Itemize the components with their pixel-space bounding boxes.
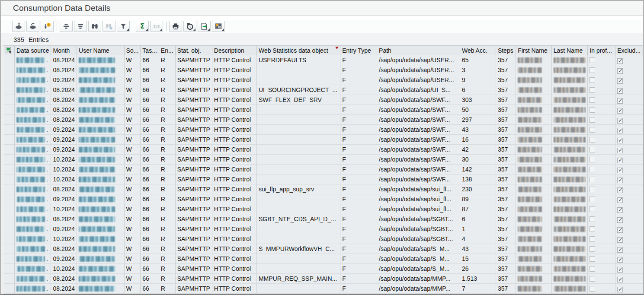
cell-row-selector[interactable] — [3, 284, 15, 294]
cell-row-selector[interactable] — [3, 135, 15, 145]
checked-checkbox[interactable] — [617, 227, 623, 233]
cell-excluded[interactable] — [615, 254, 643, 264]
unchecked-checkbox[interactable] — [590, 97, 595, 103]
cell-in_profile[interactable] — [588, 194, 615, 204]
unchecked-checkbox[interactable] — [590, 157, 595, 162]
checked-checkbox[interactable] — [617, 178, 623, 183]
unchecked-checkbox[interactable] — [590, 147, 595, 152]
cell-in_profile[interactable] — [588, 184, 615, 194]
unchecked-checkbox[interactable] — [590, 206, 595, 212]
cell-in_profile[interactable] — [588, 165, 615, 174]
unchecked-checkbox[interactable] — [590, 187, 595, 192]
cell-in_profile[interactable] — [588, 234, 615, 244]
cell-row-selector[interactable] — [3, 65, 15, 75]
column-header-excluded[interactable]: Exclud... — [615, 45, 643, 55]
cell-excluded[interactable] — [615, 145, 643, 155]
column-header-entry_type[interactable]: Entry Type — [340, 45, 377, 55]
cell-excluded[interactable] — [615, 165, 643, 174]
cell-excluded[interactable] — [615, 284, 643, 294]
cell-in_profile[interactable] — [588, 274, 615, 284]
cell-excluded[interactable] — [615, 155, 643, 165]
column-header-first_name[interactable]: First Name — [516, 45, 551, 55]
cell-row-selector[interactable] — [3, 75, 15, 85]
box-import-button[interactable] — [12, 21, 25, 32]
cell-row-selector[interactable] — [3, 224, 15, 234]
subtotal-button[interactable]: Σ/Σ — [150, 21, 163, 32]
unchecked-checkbox[interactable] — [590, 226, 595, 232]
checked-checkbox[interactable] — [617, 217, 623, 223]
checked-checkbox[interactable] — [617, 108, 623, 114]
unchecked-checkbox[interactable] — [590, 167, 595, 172]
choose-layout-button[interactable] — [212, 21, 225, 32]
cell-row-selector[interactable] — [3, 95, 15, 105]
checked-checkbox[interactable] — [617, 148, 623, 153]
cell-in_profile[interactable] — [588, 174, 615, 184]
cell-row-selector[interactable] — [3, 145, 15, 155]
cell-row-selector[interactable] — [3, 174, 15, 184]
cell-row-selector[interactable] — [3, 244, 15, 254]
unchecked-checkbox[interactable] — [590, 87, 595, 93]
cell-in_profile[interactable] — [588, 125, 615, 135]
cell-in_profile[interactable] — [588, 105, 615, 115]
unchecked-checkbox[interactable] — [590, 57, 595, 63]
cell-excluded[interactable] — [615, 65, 643, 75]
cell-in_profile[interactable] — [588, 155, 615, 165]
column-header-so[interactable]: So... — [125, 45, 141, 55]
column-header-data_source[interactable]: Data source — [15, 45, 51, 55]
column-header-web_stat_obj[interactable]: Web Statistics data object — [257, 45, 340, 55]
unchecked-checkbox[interactable] — [590, 117, 595, 123]
box-export-button[interactable] — [26, 21, 39, 32]
checked-checkbox[interactable] — [617, 98, 623, 104]
checked-checkbox[interactable] — [617, 58, 623, 64]
sort-descending-button[interactable] — [74, 21, 87, 32]
cell-excluded[interactable] — [615, 204, 643, 214]
cell-in_profile[interactable] — [588, 135, 615, 145]
cell-row-selector[interactable] — [3, 234, 15, 244]
unchecked-checkbox[interactable] — [590, 77, 595, 83]
cell-row-selector[interactable] — [3, 85, 15, 95]
column-header-steps[interactable]: Steps — [496, 45, 516, 55]
unchecked-checkbox[interactable] — [590, 266, 595, 272]
cell-excluded[interactable] — [615, 85, 643, 95]
cell-row-selector[interactable] — [3, 155, 15, 165]
cell-row-selector[interactable] — [3, 214, 15, 224]
cell-in_profile[interactable] — [588, 115, 615, 125]
cell-excluded[interactable] — [615, 274, 643, 284]
column-header-stat_obj[interactable]: Stat. obj. — [176, 45, 212, 55]
find-next-button[interactable] — [103, 21, 115, 32]
checked-checkbox[interactable] — [617, 287, 623, 292]
unchecked-checkbox[interactable] — [590, 107, 595, 113]
cell-row-selector[interactable] — [3, 115, 15, 125]
cell-in_profile[interactable] — [588, 224, 615, 234]
unchecked-checkbox[interactable] — [590, 137, 595, 143]
checked-checkbox[interactable] — [617, 158, 623, 163]
unchecked-checkbox[interactable] — [590, 276, 595, 282]
cell-excluded[interactable] — [615, 184, 643, 194]
checked-checkbox[interactable] — [617, 237, 623, 243]
unchecked-checkbox[interactable] — [590, 177, 595, 182]
unchecked-checkbox[interactable] — [590, 236, 595, 242]
cell-in_profile[interactable] — [588, 55, 615, 65]
cell-in_profile[interactable] — [588, 214, 615, 224]
cell-in_profile[interactable] — [588, 85, 615, 95]
checked-checkbox[interactable] — [617, 168, 623, 173]
checked-checkbox[interactable] — [617, 207, 623, 213]
column-header-web_acc[interactable]: Web Acc. — [460, 45, 496, 55]
unchecked-checkbox[interactable] — [590, 127, 595, 133]
unchecked-checkbox[interactable] — [590, 216, 595, 222]
column-header-month[interactable]: Month — [51, 45, 77, 55]
cell-excluded[interactable] — [615, 75, 643, 85]
checked-checkbox[interactable] — [617, 78, 623, 84]
column-header-path[interactable]: Path — [377, 45, 460, 55]
checked-checkbox[interactable] — [617, 118, 623, 124]
checked-checkbox[interactable] — [617, 128, 623, 133]
cell-row-selector[interactable] — [3, 165, 15, 174]
total-button[interactable]: Σ — [136, 21, 149, 32]
export-button[interactable] — [198, 21, 211, 32]
cell-in_profile[interactable] — [588, 75, 615, 85]
checked-checkbox[interactable] — [617, 267, 623, 273]
cell-excluded[interactable] — [615, 194, 643, 204]
cell-in_profile[interactable] — [588, 145, 615, 155]
cell-excluded[interactable] — [615, 105, 643, 115]
checked-checkbox[interactable] — [617, 88, 623, 94]
